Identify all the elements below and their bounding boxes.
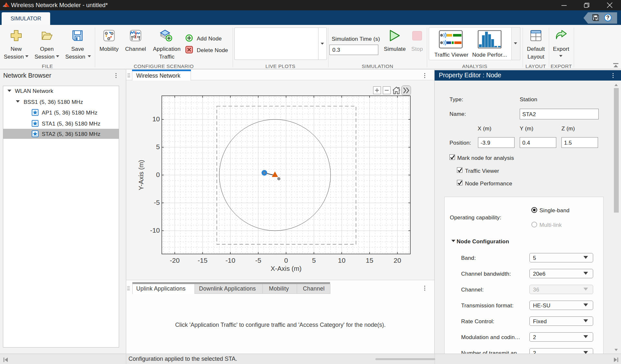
svg-text:?: ? [606,15,610,20]
svg-text:15: 15 [366,257,373,264]
svg-text:-10: -10 [226,257,235,264]
svg-text:X-Axis (m): X-Axis (m) [271,265,302,272]
svg-text:-20: -20 [170,257,180,264]
svg-text:10: 10 [338,257,345,264]
svg-text:20: 20 [394,257,401,264]
svg-text:-5: -5 [154,199,160,206]
svg-text:5: 5 [156,143,160,150]
svg-text:0: 0 [284,257,288,264]
svg-text:5: 5 [312,257,316,264]
svg-text:-15: -15 [198,257,207,264]
svg-text:Y-Axis (m): Y-Axis (m) [137,160,145,190]
svg-text:0: 0 [156,171,160,178]
svg-text:-10: -10 [150,226,160,234]
svg-text:-5: -5 [255,257,261,264]
svg-text:10: 10 [152,115,160,123]
